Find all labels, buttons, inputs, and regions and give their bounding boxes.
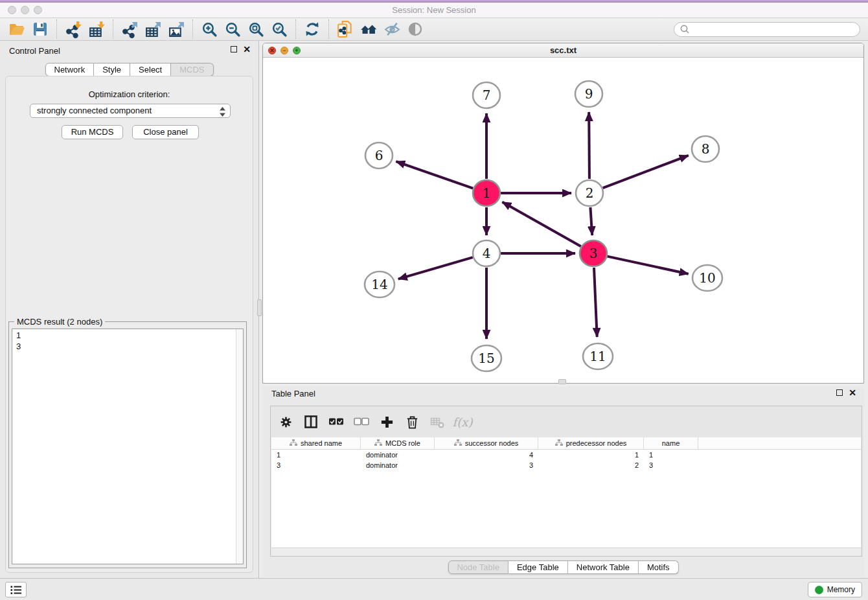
show-graphics-details-button[interactable]: [405, 19, 426, 40]
dropdown-stepper-icon: [220, 107, 225, 121]
add-row-button[interactable]: [378, 413, 395, 430]
graph-node-14[interactable]: 14: [365, 271, 394, 297]
graph-edge-3-11[interactable]: [594, 268, 597, 337]
table-settings-button[interactable]: [277, 413, 294, 430]
table-horizontal-scrollbar[interactable]: [271, 548, 861, 556]
zoom-in-button[interactable]: [199, 19, 220, 40]
show-columns-button[interactable]: [303, 413, 319, 430]
memory-button[interactable]: Memory: [808, 582, 862, 597]
cell-MCDS-role[interactable]: dominator: [361, 450, 435, 460]
network-window-titlebar[interactable]: ✕ − + scc.txt: [263, 43, 863, 58]
cell-successor-nodes[interactable]: 4: [435, 450, 538, 460]
table-row[interactable]: 3dominator323: [271, 460, 861, 470]
graph-node-6[interactable]: 6: [365, 143, 393, 168]
column-header-successor-nodes[interactable]: successor nodes: [435, 437, 538, 449]
search-icon: [680, 24, 690, 34]
import-table-button[interactable]: [86, 19, 107, 40]
open-network-file-button[interactable]: [335, 19, 356, 40]
close-panel-icon[interactable]: ✕: [243, 46, 251, 52]
select-all-button[interactable]: [328, 413, 345, 430]
home-view-button[interactable]: [358, 19, 379, 40]
control-tab-network[interactable]: Network: [45, 63, 94, 76]
graph-edge-3-1[interactable]: [502, 202, 580, 247]
graph-edge-1-6[interactable]: [396, 161, 473, 189]
hide-graphics-details-button[interactable]: [382, 19, 402, 40]
column-header-shared-name[interactable]: shared name: [271, 437, 361, 449]
graph-edge-3-10[interactable]: [608, 257, 689, 274]
network-window: ✕ − + scc.txt 7968124314101511: [262, 43, 864, 384]
float-table-panel-icon[interactable]: [836, 389, 843, 396]
window-titlebar[interactable]: Session: New Session: [0, 3, 868, 18]
graph-node-9[interactable]: 9: [575, 81, 602, 107]
float-panel-icon[interactable]: [231, 46, 237, 52]
table-header-row: shared nameMCDS rolesuccessor nodesprede…: [271, 437, 861, 450]
close-table-panel-icon[interactable]: ✕: [849, 389, 856, 396]
cell-predecessor-nodes[interactable]: 1: [538, 450, 644, 460]
refresh-button[interactable]: [302, 19, 323, 40]
column-header-MCDS-role[interactable]: MCDS role: [361, 437, 435, 449]
network-canvas[interactable]: 7968124314101511: [263, 58, 863, 383]
cell-successor-nodes[interactable]: 3: [435, 460, 538, 470]
run-mcds-button[interactable]: Run MCDS: [62, 125, 123, 139]
column-header-predecessor-nodes[interactable]: predecessor nodes: [538, 437, 644, 449]
result-scrollbar[interactable]: [236, 329, 243, 564]
network-minimize-button[interactable]: −: [280, 47, 288, 54]
zoom-selected-button[interactable]: [269, 19, 290, 40]
graph-edge-2-8[interactable]: [603, 156, 689, 188]
export-table-button[interactable]: [143, 19, 163, 40]
table-tab-node-table[interactable]: Node Table: [448, 560, 508, 574]
cell-name[interactable]: 1: [644, 450, 698, 460]
column-header-name[interactable]: name: [644, 437, 698, 449]
svg-text:10: 10: [699, 270, 715, 286]
graph-node-15[interactable]: 15: [472, 345, 501, 371]
graph-node-3[interactable]: 3: [580, 240, 607, 266]
cell-predecessor-nodes[interactable]: 2: [538, 460, 644, 470]
export-network-button[interactable]: [119, 19, 140, 40]
graph-node-7[interactable]: 7: [473, 82, 500, 108]
delete-row-button[interactable]: [404, 413, 420, 430]
control-tab-select[interactable]: Select: [130, 63, 171, 76]
zoom-out-button[interactable]: [222, 19, 243, 40]
network-close-button[interactable]: ✕: [268, 47, 276, 54]
graph-edge-2-3[interactable]: [590, 207, 592, 235]
cell-shared-name[interactable]: 3: [271, 460, 361, 470]
import-network-button[interactable]: [63, 19, 84, 40]
column-type-icon: [374, 439, 382, 448]
export-image-button[interactable]: [166, 19, 187, 40]
graph-node-8[interactable]: 8: [692, 136, 719, 162]
cell-name[interactable]: 3: [644, 460, 698, 470]
function-builder-button[interactable]: f(x): [454, 413, 471, 430]
network-maximize-button[interactable]: +: [293, 47, 301, 54]
cell-shared-name[interactable]: 1: [271, 450, 361, 460]
control-tab-style[interactable]: Style: [94, 63, 130, 76]
mcds-result-text[interactable]: 1 3: [12, 329, 244, 564]
horizontal-splitter-grip[interactable]: [558, 379, 566, 384]
save-session-button[interactable]: [30, 19, 51, 40]
vertical-splitter-grip[interactable]: [257, 299, 262, 316]
search-box[interactable]: [674, 22, 860, 37]
task-history-button[interactable]: [5, 582, 27, 597]
unselect-all-button[interactable]: [353, 413, 370, 430]
delete-table-button[interactable]: [429, 413, 446, 430]
graph-edge-2-9[interactable]: [589, 112, 589, 179]
memory-status-icon: [815, 586, 823, 594]
import-network-icon: [65, 21, 82, 38]
graph-node-11[interactable]: 11: [583, 343, 613, 369]
table-tab-network-table[interactable]: Network Table: [568, 560, 639, 574]
close-panel-button[interactable]: Close panel: [132, 125, 199, 139]
criterion-dropdown[interactable]: strongly connected component: [30, 104, 231, 118]
table-tab-edge-table[interactable]: Edge Table: [508, 560, 568, 574]
table-tab-motifs[interactable]: Motifs: [639, 560, 679, 574]
column-header-filler: [698, 437, 861, 449]
graph-node-4[interactable]: 4: [473, 240, 500, 266]
graph-node-2[interactable]: 2: [576, 180, 603, 206]
graph-node-1[interactable]: 1: [473, 180, 500, 206]
graph-edge-4-14[interactable]: [398, 257, 473, 279]
zoom-fit-button[interactable]: [246, 19, 266, 40]
search-input[interactable]: [692, 23, 860, 36]
cell-MCDS-role[interactable]: dominator: [361, 460, 435, 470]
table-row[interactable]: 1dominator411: [271, 450, 861, 460]
control-tab-mcds[interactable]: MCDS: [171, 63, 213, 76]
graph-node-10[interactable]: 10: [692, 265, 722, 291]
open-session-button[interactable]: [6, 19, 27, 40]
